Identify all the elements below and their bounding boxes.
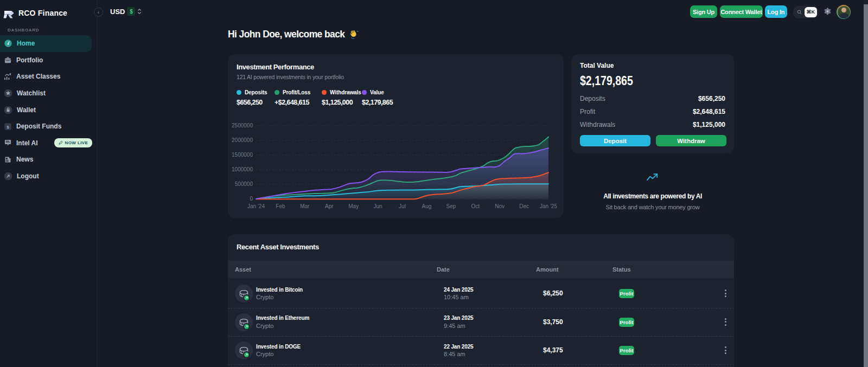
svg-text:Jan '24: Jan '24 — [247, 203, 265, 209]
svg-text:Sep: Sep — [446, 203, 456, 209]
svg-text:0: 0 — [250, 196, 253, 202]
svg-text:2500000: 2500000 — [232, 123, 253, 128]
svg-text:Nov: Nov — [495, 203, 505, 209]
svg-text:$: $ — [7, 124, 9, 129]
svg-text:Jan '25: Jan '25 — [540, 203, 557, 209]
svg-text:1000000: 1000000 — [232, 166, 253, 172]
svg-text:2000000: 2000000 — [232, 137, 253, 143]
svg-text:Feb: Feb — [276, 203, 285, 209]
svg-text:500000: 500000 — [235, 181, 253, 187]
svg-text:Mar: Mar — [300, 203, 310, 209]
svg-text:May: May — [348, 203, 359, 209]
svg-text:Jul: Jul — [399, 203, 406, 209]
svg-text:Apr: Apr — [325, 203, 334, 209]
svg-text:Aug: Aug — [422, 203, 432, 209]
svg-text:Dec: Dec — [519, 203, 529, 209]
svg-text:Oct: Oct — [471, 203, 480, 209]
svg-text:Jun: Jun — [374, 203, 382, 209]
svg-text:1500000: 1500000 — [232, 152, 253, 158]
